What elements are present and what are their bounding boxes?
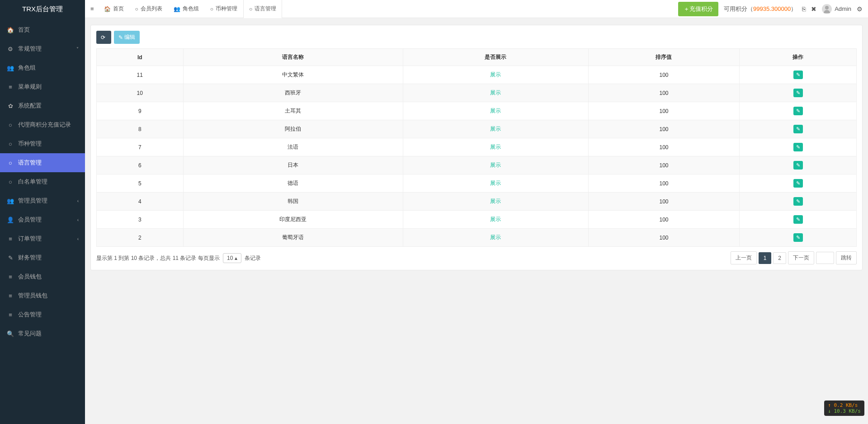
row-edit-button[interactable]: ✎: [793, 71, 803, 79]
row-edit-button[interactable]: ✎: [793, 89, 803, 97]
edit-button[interactable]: ✎编辑: [114, 31, 140, 44]
gear-icon[interactable]: ⚙: [857, 5, 863, 13]
sidebar-item-0[interactable]: 🏠首页: [0, 20, 85, 39]
chevron-icon: ‹: [77, 236, 79, 241]
col-header-0[interactable]: Id: [97, 49, 184, 66]
show-tag: 展示: [490, 144, 501, 150]
tab-icon: ○: [210, 6, 213, 12]
wrench-icon[interactable]: ✖: [811, 5, 816, 13]
col-header-4[interactable]: 操作: [740, 49, 857, 66]
sidebar-item-11[interactable]: ≡订单管理‹: [0, 229, 85, 248]
page-jump-input[interactable]: [816, 252, 834, 264]
next-page-button[interactable]: 下一页: [788, 251, 814, 264]
sidebar-item-8[interactable]: ○白名单管理: [0, 172, 85, 191]
clipboard-icon[interactable]: ⎘: [802, 5, 806, 13]
cell-actions: ✎: [740, 138, 857, 156]
sidebar-icon: ○: [6, 122, 14, 128]
row-edit-button[interactable]: ✎: [793, 161, 803, 170]
refresh-button[interactable]: ⟳: [96, 31, 111, 44]
row-edit-button[interactable]: ✎: [793, 125, 803, 133]
cell-name: 德语: [183, 174, 403, 193]
points-suffix: ）: [791, 5, 797, 12]
row-edit-button[interactable]: ✎: [793, 107, 803, 115]
chevron-icon: ‹: [77, 217, 79, 222]
cell-name: 日本: [183, 156, 403, 174]
jump-button[interactable]: 跳转: [836, 251, 857, 264]
col-header-2[interactable]: 是否展示: [403, 49, 588, 66]
tab-label: 语言管理: [255, 5, 276, 13]
tab-icon: 👥: [174, 6, 180, 12]
nav-tab-3[interactable]: ○币种管理: [205, 0, 243, 18]
pagination-info: 显示第 1 到第 10 条记录，总共 11 条记录 每页显示 10 ▴ 条记录: [96, 253, 261, 263]
sidebar-item-7[interactable]: ○语言管理: [0, 153, 85, 172]
cell-name: 法语: [183, 138, 403, 156]
show-tag: 展示: [490, 180, 501, 186]
nav-tab-1[interactable]: ○会员列表: [130, 0, 168, 18]
cell-sort: 100: [588, 120, 739, 138]
sidebar-icon: ○: [6, 160, 14, 166]
col-header-1[interactable]: 语言名称: [183, 49, 403, 66]
row-edit-button[interactable]: ✎: [793, 233, 803, 242]
cell-id: 9: [97, 102, 184, 120]
cell-sort: 100: [588, 138, 739, 156]
chevron-icon: ˅: [76, 47, 79, 52]
nav-tabs: 🏠首页○会员列表👥角色组○币种管理○语言管理: [99, 0, 283, 18]
sidebar-label: 会员管理: [18, 216, 42, 224]
cell-show: 展示: [403, 120, 588, 138]
cell-sort: 100: [588, 174, 739, 193]
points-value: 99935.300000: [753, 5, 791, 12]
cell-show: 展示: [403, 84, 588, 102]
sidebar-icon: ✿: [6, 103, 14, 109]
menu-toggle-icon[interactable]: ≡: [90, 5, 94, 12]
header: ≡ 🏠首页○会员列表👥角色组○币种管理○语言管理 ＋充值积分 可用积分（9993…: [85, 0, 868, 18]
sidebar-item-5[interactable]: ○代理商积分充值记录: [0, 115, 85, 134]
cell-id: 6: [97, 156, 184, 174]
sidebar-item-12[interactable]: ✎财务管理: [0, 248, 85, 267]
refresh-icon: ⟳: [101, 34, 105, 41]
nav-tab-2[interactable]: 👥角色组: [168, 0, 205, 18]
sidebar-icon: 🏠: [6, 27, 14, 33]
recharge-button[interactable]: ＋充值积分: [678, 2, 718, 16]
recharge-label: 充值积分: [689, 5, 713, 13]
sidebar-icon: ≡: [6, 236, 14, 242]
tab-icon: ○: [135, 6, 138, 12]
sidebar-item-13[interactable]: ≡会员钱包: [0, 267, 85, 276]
admin-name: Admin: [835, 5, 851, 12]
page-1-button[interactable]: 1: [759, 252, 772, 264]
sidebar-item-3[interactable]: ≡菜单规则: [0, 77, 85, 96]
cell-id: 8: [97, 120, 184, 138]
show-tag: 展示: [490, 216, 501, 222]
app-title: TRX后台管理: [0, 0, 85, 18]
table-footer: 显示第 1 到第 10 条记录，总共 11 条记录 每页显示 10 ▴ 条记录 …: [96, 251, 857, 264]
sidebar-item-2[interactable]: 👥角色组: [0, 58, 85, 77]
sidebar-icon: ○: [6, 141, 14, 147]
cell-actions: ✎: [740, 174, 857, 193]
nav-tab-0[interactable]: 🏠首页: [99, 0, 130, 18]
show-tag: 展示: [490, 162, 501, 168]
sidebar-item-4[interactable]: ✿系统配置: [0, 96, 85, 115]
sidebar-item-1[interactable]: ⚙常规管理˅: [0, 39, 85, 58]
cell-show: 展示: [403, 66, 588, 84]
cell-actions: ✎: [740, 66, 857, 84]
admin-user[interactable]: Admin: [822, 4, 851, 14]
sidebar-item-9[interactable]: 👥管理员管理‹: [0, 191, 85, 210]
cell-actions: ✎: [740, 229, 857, 247]
sidebar-item-10[interactable]: 👤会员管理‹: [0, 210, 85, 229]
row-edit-button[interactable]: ✎: [793, 143, 803, 151]
avatar-icon: [822, 4, 832, 14]
cell-sort: 100: [588, 193, 739, 211]
row-edit-button[interactable]: ✎: [793, 215, 803, 224]
row-edit-button[interactable]: ✎: [793, 179, 803, 188]
page-2-button[interactable]: 2: [773, 252, 786, 264]
content-panel: ⟳ ✎编辑 Id语言名称是否展示排序值操作 11中文繁体展示100✎10西班牙展…: [90, 25, 863, 270]
page-size-select[interactable]: 10 ▴: [223, 253, 241, 263]
nav-tab-4[interactable]: ○语言管理: [243, 0, 282, 18]
table-body: 11中文繁体展示100✎10西班牙展示100✎9土耳其展示100✎8阿拉伯展示1…: [97, 66, 857, 247]
sidebar-item-6[interactable]: ○币种管理: [0, 134, 85, 153]
cell-sort: 100: [588, 229, 739, 247]
cell-actions: ✎: [740, 84, 857, 102]
col-header-3[interactable]: 排序值: [588, 49, 739, 66]
row-edit-button[interactable]: ✎: [793, 197, 803, 206]
toolbar: ⟳ ✎编辑: [96, 31, 857, 44]
prev-page-button[interactable]: 上一页: [731, 251, 757, 264]
